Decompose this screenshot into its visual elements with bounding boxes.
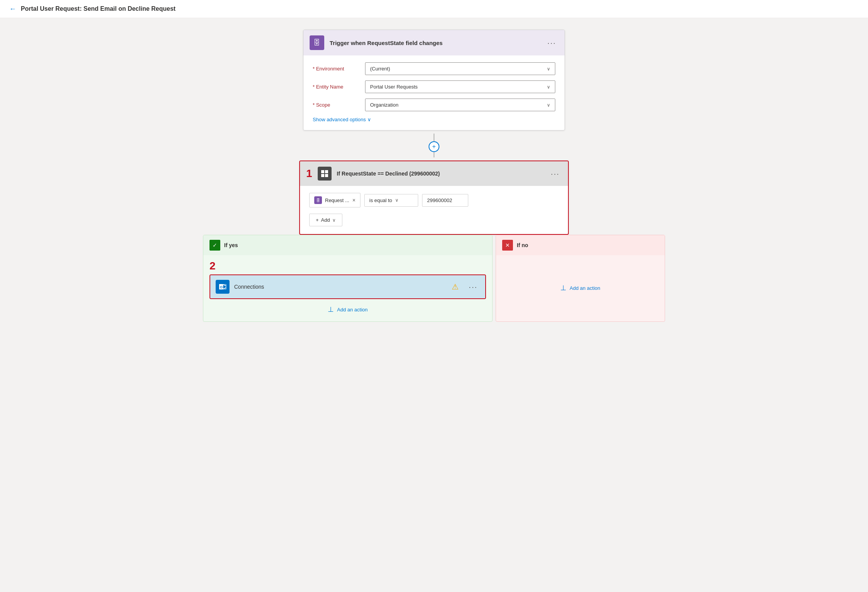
- condition-row: 🗄 Request ... × is equal to ∨ 299600002: [309, 193, 559, 207]
- step-number-2: 2: [209, 261, 486, 271]
- canvas: 🗄 Trigger when RequestState field change…: [0, 18, 868, 333]
- add-action-yes-label: Add an action: [337, 307, 368, 313]
- entity-label: Entity Name: [313, 84, 359, 90]
- connector-line-bottom: [434, 152, 434, 157]
- trigger-ellipsis-button[interactable]: ···: [545, 38, 558, 48]
- svg-rect-2: [321, 174, 324, 177]
- no-x-icon: ✕: [502, 240, 513, 251]
- scope-value: Organization: [370, 102, 399, 108]
- operator-chevron-icon: ∨: [395, 197, 399, 203]
- page-title: Portal User Request: Send Email on Decli…: [21, 5, 176, 12]
- trigger-header: 🗄 Trigger when RequestState field change…: [303, 30, 565, 55]
- add-action-yes-button[interactable]: ⊥ Add an action: [209, 305, 486, 314]
- svg-text:O: O: [220, 285, 223, 289]
- condition-value-text: 299600002: [427, 197, 452, 203]
- add-action-no-icon: ⊥: [560, 284, 566, 292]
- add-step-button[interactable]: +: [429, 141, 439, 152]
- add-chevron-icon: ∨: [332, 217, 336, 223]
- yes-check-icon: ✓: [209, 240, 220, 251]
- add-action-icon: ⊥: [328, 305, 334, 314]
- connection-name: Connections: [234, 284, 447, 290]
- environment-value: (Current): [370, 66, 390, 72]
- branch-yes: ✓ If yes 2 O: [203, 235, 493, 322]
- condition-title: If RequestState == Declined (299600002): [337, 171, 543, 177]
- trigger-icon: 🗄: [310, 35, 324, 50]
- back-button[interactable]: ←: [9, 5, 16, 12]
- database-icon: 🗄: [313, 39, 320, 47]
- condition-ellipsis-button[interactable]: ···: [548, 169, 562, 179]
- condition-value-input[interactable]: 299600002: [422, 194, 468, 207]
- tag-label: Request ...: [325, 197, 349, 203]
- branch-no-label: If no: [517, 242, 528, 248]
- svg-rect-0: [321, 170, 324, 173]
- request-state-tag[interactable]: 🗄 Request ... ×: [309, 193, 360, 207]
- branch-no: ✕ If no ⊥ Add an action: [496, 235, 665, 322]
- connection-ellipsis-button[interactable]: ···: [466, 282, 480, 292]
- show-advanced-chevron-icon: ∨: [367, 117, 371, 122]
- branch-yes-label: If yes: [224, 242, 238, 248]
- condition-body: 🗄 Request ... × is equal to ∨ 299600002 …: [300, 186, 568, 234]
- entity-chevron-icon: ∨: [547, 84, 550, 90]
- add-action-no-label: Add an action: [570, 285, 600, 291]
- tag-close-icon[interactable]: ×: [352, 197, 355, 203]
- branch-yes-body: 2 O: [203, 255, 492, 321]
- trigger-card: 🗄 Trigger when RequestState field change…: [303, 30, 565, 130]
- add-icon: +: [316, 217, 319, 223]
- connection-card: O Connections ⚠ ···: [209, 274, 486, 299]
- operator-label: is equal to: [369, 197, 392, 203]
- environment-row: Environment (Current) ∨: [313, 62, 555, 75]
- entity-row: Entity Name Portal User Requests ∨: [313, 80, 555, 93]
- connection-header: O Connections ⚠ ···: [210, 275, 485, 298]
- warning-icon: ⚠: [452, 282, 459, 291]
- environment-select[interactable]: (Current) ∨: [365, 62, 555, 75]
- add-condition-button[interactable]: + Add ∨: [309, 214, 342, 226]
- scope-select[interactable]: Organization ∨: [365, 99, 555, 111]
- add-row: + Add ∨: [309, 214, 559, 226]
- step-number-1: 1: [306, 168, 312, 179]
- plus-icon: +: [432, 143, 436, 150]
- trigger-title: Trigger when RequestState field changes: [330, 40, 540, 46]
- environment-label: Environment: [313, 66, 359, 72]
- svg-rect-1: [325, 170, 328, 173]
- branch-yes-header: ✓ If yes: [203, 235, 492, 255]
- entity-value: Portal User Requests: [370, 84, 418, 90]
- condition-header: 1 If RequestState == Declined (299600002…: [300, 161, 568, 186]
- environment-chevron-icon: ∨: [547, 66, 550, 72]
- add-action-no-button[interactable]: ⊥ Add an action: [502, 284, 659, 292]
- svg-rect-3: [325, 174, 328, 177]
- operator-select[interactable]: is equal to ∨: [364, 194, 418, 207]
- branch-no-body: ⊥ Add an action: [496, 255, 665, 301]
- outlook-icon: O: [216, 280, 230, 294]
- add-label: Add: [321, 217, 330, 223]
- entity-select[interactable]: Portal User Requests ∨: [365, 80, 555, 93]
- trigger-body: Environment (Current) ∨ Entity Name Port…: [303, 55, 565, 130]
- scope-label: Scope: [313, 102, 359, 108]
- connector-1: +: [429, 130, 439, 161]
- show-advanced-label: Show advanced options: [313, 117, 366, 122]
- branch-no-header: ✕ If no: [496, 235, 665, 255]
- show-advanced-button[interactable]: Show advanced options ∨: [313, 117, 371, 122]
- branch-section: ✓ If yes 2 O: [203, 235, 665, 322]
- condition-card: 1 If RequestState == Declined (299600002…: [299, 161, 569, 235]
- condition-icon: [318, 167, 332, 181]
- scope-row: Scope Organization ∨: [313, 99, 555, 111]
- tag-database-icon: 🗄: [314, 196, 322, 204]
- scope-chevron-icon: ∨: [547, 102, 550, 108]
- connector-line-top: [434, 134, 434, 141]
- top-bar: ← Portal User Request: Send Email on Dec…: [0, 0, 868, 18]
